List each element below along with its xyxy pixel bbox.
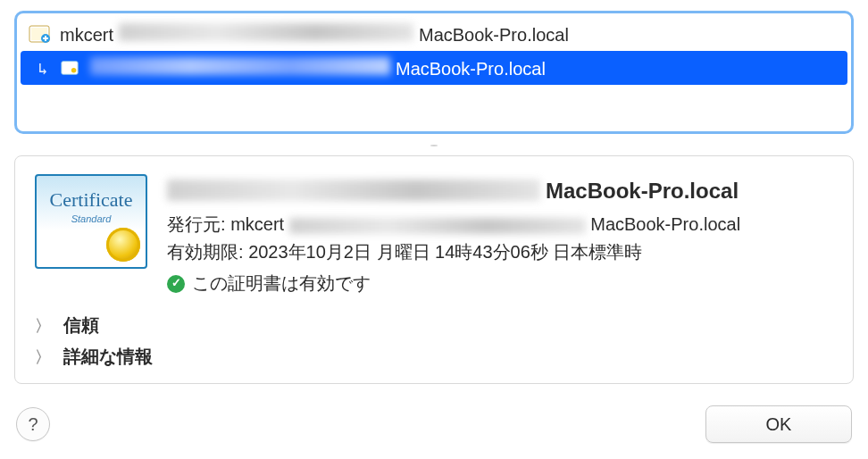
checkmark-icon: ✓ [167,275,185,293]
ca-certificate-icon [28,22,51,46]
certificate-icon [58,56,81,79]
issuer-prefix: mkcert [230,214,284,234]
ok-button-label: OK [766,414,792,435]
tree-indent-arrow: ↳ [28,59,58,78]
expiry-label: 有効期限: [167,242,244,262]
issuer-row: 発行元: mkcert MacBook-Pro.local [167,211,833,238]
certificate-row-leaf[interactable]: ↳ MacBook-Pro.local [21,51,847,85]
redacted-text [90,57,390,75]
page-indicator-dot [430,145,438,146]
issuer-suffix: MacBook-Pro.local [590,214,740,234]
trust-disclosure[interactable]: 〉 信頼 [35,313,833,338]
help-icon: ? [28,414,38,435]
leaf-cert-suffix: MacBook-Pro.local [396,59,546,79]
certificate-badge-icon: Certificate Standard [35,174,147,269]
trust-label: 信頼 [63,313,99,338]
validity-status-text: この証明書は有効です [192,270,371,297]
details-label: 詳細な情報 [63,345,153,369]
redacted-text [119,23,413,41]
svg-point-4 [71,68,77,73]
redacted-text [289,218,586,234]
certificate-row-root[interactable]: mkcert MacBook-Pro.local [21,17,847,51]
root-cert-prefix: mkcert [60,25,113,46]
expiry-row: 有効期限: 2023年10月2日 月曜日 14時43分06秒 日本標準時 [167,238,833,266]
redacted-text [167,179,540,201]
chevron-right-icon: 〉 [35,315,51,337]
certificate-chain-list[interactable]: mkcert MacBook-Pro.local ↳ MacBook-Pro.l… [14,11,854,134]
certificate-title: MacBook-Pro.local [167,174,833,207]
svg-rect-3 [62,62,78,75]
validity-status: ✓ この証明書は有効です [167,270,833,297]
badge-title: Certificate [50,188,133,212]
badge-subtitle: Standard [71,213,112,224]
expiry-value: 2023年10月2日 月曜日 14時43分06秒 日本標準時 [248,242,642,262]
help-button[interactable]: ? [16,407,50,441]
chevron-right-icon: 〉 [35,346,51,368]
details-disclosure[interactable]: 〉 詳細な情報 [35,345,833,369]
certificate-detail-panel: Certificate Standard MacBook-Pro.local 発… [14,155,854,384]
issuer-label: 発行元: [167,214,226,234]
ok-button[interactable]: OK [705,405,852,443]
root-cert-suffix: MacBook-Pro.local [419,25,569,46]
dialog-footer: ? OK [14,405,854,445]
certificate-title-suffix: MacBook-Pro.local [546,174,739,207]
